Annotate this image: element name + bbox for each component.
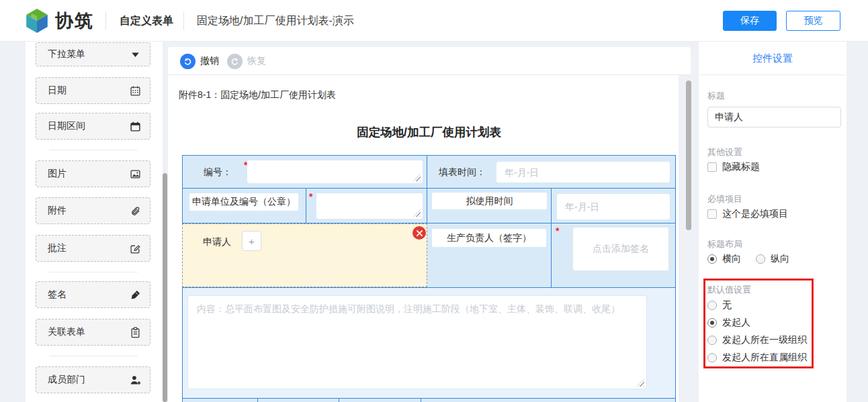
- image-icon: [130, 168, 141, 180]
- table-row-apply-unit: 申请单位及编号（公章） * 拟使用时间: [183, 189, 675, 223]
- redo-icon: [227, 54, 243, 69]
- applicant-cell-selected[interactable]: 申请人 +: [182, 223, 427, 287]
- required-mark: *: [309, 191, 312, 202]
- palette-divider: [49, 150, 138, 150]
- required-checkbox[interactable]: [707, 209, 717, 219]
- resize-grip[interactable]: [413, 209, 421, 217]
- hide-title-checkbox[interactable]: [707, 162, 717, 172]
- fill-time-date-input[interactable]: [496, 162, 670, 183]
- annotation-highlight-box: [703, 279, 814, 368]
- planned-time-date-input[interactable]: [557, 194, 670, 219]
- canvas-scrollbar-thumb[interactable]: [686, 81, 691, 230]
- control-palette: 下拉菜单 日期 日期区间 图片 附件: [26, 42, 163, 402]
- required-mark: *: [556, 225, 559, 236]
- number-label: 编号：: [204, 166, 232, 179]
- logo-icon: [24, 7, 50, 34]
- required-section-label: 必填项目: [707, 193, 742, 205]
- planned-time-input-cell[interactable]: [552, 189, 675, 223]
- fill-time-label: 填表时间：: [439, 166, 486, 179]
- save-button[interactable]: 保存: [723, 11, 777, 31]
- app-logo: 协筑: [24, 7, 94, 34]
- calendar-icon: [130, 85, 141, 97]
- preview-button[interactable]: 预览: [786, 11, 840, 31]
- hide-title-option: 隐藏标题: [707, 161, 760, 173]
- field-title-input[interactable]: [707, 107, 841, 128]
- number-input[interactable]: [247, 160, 423, 183]
- clipboard-icon: [130, 327, 141, 338]
- dropdown-icon: [130, 49, 141, 60]
- planned-time-label-cell[interactable]: 拟使用时间: [427, 189, 552, 223]
- logo-text: 协筑: [55, 9, 94, 33]
- producer-label-cell[interactable]: 生产负责人（签字）: [427, 223, 552, 287]
- app-header: 协筑 自定义表单 固定场地/加工厂使用计划表-演示 保存 预览: [0, 0, 868, 42]
- layout-section-label: 标题布局: [707, 238, 742, 250]
- app-screen: 协筑 自定义表单 固定场地/加工厂使用计划表-演示 保存 预览 下拉菜单 日期 …: [0, 0, 868, 402]
- apply-unit-label-cell[interactable]: 申请单位及编号（公章）: [183, 189, 306, 223]
- table-row-number: 编号： * 填表时间：: [183, 156, 675, 189]
- palette-divider: [49, 356, 138, 356]
- content-field-wrap: [187, 295, 647, 389]
- header-divider: [183, 11, 184, 30]
- required-option: 这个是必填项目: [707, 208, 788, 220]
- palette-item-member-department[interactable]: 成员部门: [36, 366, 150, 393]
- resize-grip[interactable]: [413, 174, 421, 181]
- paperclip-icon: [130, 205, 141, 217]
- producer-label: 生产负责人（签字）: [432, 229, 546, 247]
- palette-item-linked-form[interactable]: 关联表单: [36, 319, 150, 346]
- palette-scrollbar-thumb[interactable]: [163, 173, 167, 402]
- apply-unit-input[interactable]: [316, 193, 423, 219]
- layout-radio-group: 横向 纵向: [707, 253, 789, 265]
- member-add-icon: [130, 374, 141, 386]
- document-title: 固定场地/加工厂使用计划表-演示: [197, 0, 354, 42]
- layout-horizontal-radio[interactable]: [707, 254, 717, 264]
- number-cell[interactable]: 编号： *: [183, 156, 427, 188]
- content-textarea[interactable]: [187, 295, 647, 389]
- palette-item-signature[interactable]: 签名: [36, 281, 150, 308]
- pen-icon: [130, 289, 141, 301]
- applicant-label: 申请人: [203, 236, 231, 248]
- planned-time-label: 拟使用时间: [432, 193, 547, 209]
- canvas-toolbar: 撤销 恢复: [168, 47, 691, 75]
- palette-divider: [49, 272, 138, 272]
- signature-area[interactable]: 点击添加签名: [572, 227, 669, 271]
- apply-unit-label: 申请单位及编号（公章）: [189, 193, 298, 211]
- field-title-section-label: 标题: [707, 90, 725, 102]
- palette-item-image[interactable]: 图片: [36, 160, 150, 187]
- fill-time-cell[interactable]: 填表时间：: [427, 156, 675, 188]
- form-title: 固定场地/加工厂使用计划表: [182, 124, 676, 140]
- form-canvas: 附件8-1：固定场地/加工厂使用计划表 固定场地/加工厂使用计划表 编号： * …: [168, 75, 679, 402]
- palette-item-attachment[interactable]: 附件: [36, 197, 150, 224]
- delete-control-button[interactable]: [413, 226, 426, 240]
- undo-icon: [180, 54, 196, 69]
- calendar-range-icon: [130, 121, 141, 132]
- producer-signature-cell[interactable]: * 点击添加签名: [552, 223, 675, 287]
- undo-button[interactable]: 撤销: [180, 47, 219, 75]
- table-row-content: [183, 288, 675, 399]
- form-table: 编号： * 填表时间： 申请单位及编号（公章） *: [182, 155, 676, 402]
- apply-unit-input-cell[interactable]: *: [306, 189, 427, 223]
- palette-item-date[interactable]: 日期: [36, 77, 150, 104]
- other-settings-label: 其他设置: [707, 146, 742, 158]
- nav-custom-form-label: 自定义表单: [120, 0, 173, 42]
- close-icon: [417, 230, 423, 236]
- table-row-applicant: 申请人 + 生产负责人（签字） * 点击添加签名: [183, 223, 675, 288]
- palette-item-dropdown[interactable]: 下拉菜单: [36, 42, 150, 66]
- redo-button[interactable]: 恢复: [227, 47, 266, 75]
- annotate-icon: [130, 243, 141, 254]
- layout-vertical-radio[interactable]: [756, 254, 765, 264]
- header-divider: [105, 11, 106, 30]
- palette-item-annotation[interactable]: 批注: [36, 235, 150, 262]
- table-partial-row: [183, 399, 675, 402]
- settings-panel-title: 控件设置: [699, 42, 847, 75]
- palette-item-date-range[interactable]: 日期区间: [36, 113, 150, 140]
- attachment-heading: 附件8-1：固定场地/加工厂使用计划表: [179, 89, 336, 101]
- add-member-button[interactable]: +: [242, 231, 261, 251]
